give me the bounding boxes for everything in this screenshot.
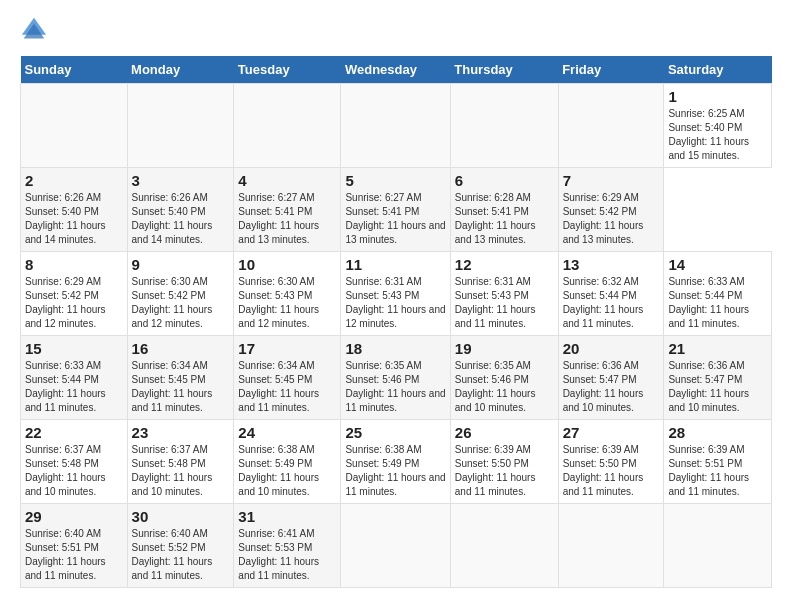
day-number: 21 bbox=[668, 340, 767, 357]
day-number: 12 bbox=[455, 256, 554, 273]
day-info: Sunrise: 6:26 AMSunset: 5:40 PMDaylight:… bbox=[25, 192, 106, 245]
calendar-cell bbox=[341, 84, 450, 168]
day-info: Sunrise: 6:29 AMSunset: 5:42 PMDaylight:… bbox=[25, 276, 106, 329]
calendar-cell bbox=[234, 84, 341, 168]
logo-icon bbox=[20, 16, 48, 44]
calendar-header-saturday: Saturday bbox=[664, 56, 772, 84]
calendar-cell: 22 Sunrise: 6:37 AMSunset: 5:48 PMDaylig… bbox=[21, 420, 128, 504]
day-info: Sunrise: 6:30 AMSunset: 5:43 PMDaylight:… bbox=[238, 276, 319, 329]
calendar-cell: 17 Sunrise: 6:34 AMSunset: 5:45 PMDaylig… bbox=[234, 336, 341, 420]
calendar-cell bbox=[450, 504, 558, 588]
calendar-cell: 25 Sunrise: 6:38 AMSunset: 5:49 PMDaylig… bbox=[341, 420, 450, 504]
header bbox=[20, 16, 772, 44]
day-info: Sunrise: 6:35 AMSunset: 5:46 PMDaylight:… bbox=[345, 360, 445, 413]
calendar-cell bbox=[127, 84, 234, 168]
calendar-header-row: SundayMondayTuesdayWednesdayThursdayFrid… bbox=[21, 56, 772, 84]
day-number: 26 bbox=[455, 424, 554, 441]
day-info: Sunrise: 6:33 AMSunset: 5:44 PMDaylight:… bbox=[668, 276, 749, 329]
day-number: 20 bbox=[563, 340, 660, 357]
day-info: Sunrise: 6:39 AMSunset: 5:51 PMDaylight:… bbox=[668, 444, 749, 497]
calendar-header-thursday: Thursday bbox=[450, 56, 558, 84]
calendar-cell: 13 Sunrise: 6:32 AMSunset: 5:44 PMDaylig… bbox=[558, 252, 664, 336]
day-info: Sunrise: 6:38 AMSunset: 5:49 PMDaylight:… bbox=[345, 444, 445, 497]
day-info: Sunrise: 6:39 AMSunset: 5:50 PMDaylight:… bbox=[455, 444, 536, 497]
calendar-cell: 20 Sunrise: 6:36 AMSunset: 5:47 PMDaylig… bbox=[558, 336, 664, 420]
day-info: Sunrise: 6:27 AMSunset: 5:41 PMDaylight:… bbox=[345, 192, 445, 245]
calendar-header-monday: Monday bbox=[127, 56, 234, 84]
calendar-cell: 4 Sunrise: 6:27 AMSunset: 5:41 PMDayligh… bbox=[234, 168, 341, 252]
page: SundayMondayTuesdayWednesdayThursdayFrid… bbox=[0, 0, 792, 598]
day-number: 27 bbox=[563, 424, 660, 441]
calendar-cell: 5 Sunrise: 6:27 AMSunset: 5:41 PMDayligh… bbox=[341, 168, 450, 252]
day-number: 7 bbox=[563, 172, 660, 189]
day-info: Sunrise: 6:34 AMSunset: 5:45 PMDaylight:… bbox=[238, 360, 319, 413]
day-info: Sunrise: 6:40 AMSunset: 5:51 PMDaylight:… bbox=[25, 528, 106, 581]
calendar-cell: 23 Sunrise: 6:37 AMSunset: 5:48 PMDaylig… bbox=[127, 420, 234, 504]
day-info: Sunrise: 6:35 AMSunset: 5:46 PMDaylight:… bbox=[455, 360, 536, 413]
day-number: 15 bbox=[25, 340, 123, 357]
calendar-cell: 29 Sunrise: 6:40 AMSunset: 5:51 PMDaylig… bbox=[21, 504, 128, 588]
calendar-cell: 24 Sunrise: 6:38 AMSunset: 5:49 PMDaylig… bbox=[234, 420, 341, 504]
day-info: Sunrise: 6:37 AMSunset: 5:48 PMDaylight:… bbox=[25, 444, 106, 497]
day-number: 10 bbox=[238, 256, 336, 273]
day-number: 28 bbox=[668, 424, 767, 441]
calendar-cell: 12 Sunrise: 6:31 AMSunset: 5:43 PMDaylig… bbox=[450, 252, 558, 336]
day-info: Sunrise: 6:36 AMSunset: 5:47 PMDaylight:… bbox=[668, 360, 749, 413]
day-number: 16 bbox=[132, 340, 230, 357]
day-info: Sunrise: 6:31 AMSunset: 5:43 PMDaylight:… bbox=[455, 276, 536, 329]
calendar-cell: 10 Sunrise: 6:30 AMSunset: 5:43 PMDaylig… bbox=[234, 252, 341, 336]
calendar-cell: 14 Sunrise: 6:33 AMSunset: 5:44 PMDaylig… bbox=[664, 252, 772, 336]
day-number: 31 bbox=[238, 508, 336, 525]
day-info: Sunrise: 6:27 AMSunset: 5:41 PMDaylight:… bbox=[238, 192, 319, 245]
day-info: Sunrise: 6:28 AMSunset: 5:41 PMDaylight:… bbox=[455, 192, 536, 245]
day-info: Sunrise: 6:36 AMSunset: 5:47 PMDaylight:… bbox=[563, 360, 644, 413]
calendar-cell: 8 Sunrise: 6:29 AMSunset: 5:42 PMDayligh… bbox=[21, 252, 128, 336]
day-info: Sunrise: 6:37 AMSunset: 5:48 PMDaylight:… bbox=[132, 444, 213, 497]
calendar-header-tuesday: Tuesday bbox=[234, 56, 341, 84]
calendar-week-1: 1 Sunrise: 6:25 AMSunset: 5:40 PMDayligh… bbox=[21, 84, 772, 168]
calendar-cell: 9 Sunrise: 6:30 AMSunset: 5:42 PMDayligh… bbox=[127, 252, 234, 336]
calendar-cell: 27 Sunrise: 6:39 AMSunset: 5:50 PMDaylig… bbox=[558, 420, 664, 504]
day-info: Sunrise: 6:34 AMSunset: 5:45 PMDaylight:… bbox=[132, 360, 213, 413]
day-number: 1 bbox=[668, 88, 767, 105]
day-info: Sunrise: 6:41 AMSunset: 5:53 PMDaylight:… bbox=[238, 528, 319, 581]
calendar-week-4: 15 Sunrise: 6:33 AMSunset: 5:44 PMDaylig… bbox=[21, 336, 772, 420]
day-number: 11 bbox=[345, 256, 445, 273]
day-info: Sunrise: 6:29 AMSunset: 5:42 PMDaylight:… bbox=[563, 192, 644, 245]
day-number: 8 bbox=[25, 256, 123, 273]
calendar-cell: 18 Sunrise: 6:35 AMSunset: 5:46 PMDaylig… bbox=[341, 336, 450, 420]
day-info: Sunrise: 6:39 AMSunset: 5:50 PMDaylight:… bbox=[563, 444, 644, 497]
day-number: 24 bbox=[238, 424, 336, 441]
day-number: 13 bbox=[563, 256, 660, 273]
day-info: Sunrise: 6:31 AMSunset: 5:43 PMDaylight:… bbox=[345, 276, 445, 329]
calendar-cell: 21 Sunrise: 6:36 AMSunset: 5:47 PMDaylig… bbox=[664, 336, 772, 420]
logo bbox=[20, 16, 52, 44]
calendar-cell: 30 Sunrise: 6:40 AMSunset: 5:52 PMDaylig… bbox=[127, 504, 234, 588]
calendar-cell: 11 Sunrise: 6:31 AMSunset: 5:43 PMDaylig… bbox=[341, 252, 450, 336]
day-number: 3 bbox=[132, 172, 230, 189]
calendar-cell bbox=[21, 84, 128, 168]
calendar-cell: 7 Sunrise: 6:29 AMSunset: 5:42 PMDayligh… bbox=[558, 168, 664, 252]
day-info: Sunrise: 6:40 AMSunset: 5:52 PMDaylight:… bbox=[132, 528, 213, 581]
calendar-table: SundayMondayTuesdayWednesdayThursdayFrid… bbox=[20, 56, 772, 588]
calendar-cell bbox=[558, 504, 664, 588]
calendar-cell bbox=[341, 504, 450, 588]
day-number: 9 bbox=[132, 256, 230, 273]
day-number: 22 bbox=[25, 424, 123, 441]
calendar-cell: 15 Sunrise: 6:33 AMSunset: 5:44 PMDaylig… bbox=[21, 336, 128, 420]
calendar-cell: 6 Sunrise: 6:28 AMSunset: 5:41 PMDayligh… bbox=[450, 168, 558, 252]
calendar-week-6: 29 Sunrise: 6:40 AMSunset: 5:51 PMDaylig… bbox=[21, 504, 772, 588]
calendar-cell bbox=[558, 84, 664, 168]
day-info: Sunrise: 6:30 AMSunset: 5:42 PMDaylight:… bbox=[132, 276, 213, 329]
calendar-cell: 3 Sunrise: 6:26 AMSunset: 5:40 PMDayligh… bbox=[127, 168, 234, 252]
day-number: 29 bbox=[25, 508, 123, 525]
day-number: 30 bbox=[132, 508, 230, 525]
day-number: 5 bbox=[345, 172, 445, 189]
calendar-cell: 1 Sunrise: 6:25 AMSunset: 5:40 PMDayligh… bbox=[664, 84, 772, 168]
calendar-cell: 16 Sunrise: 6:34 AMSunset: 5:45 PMDaylig… bbox=[127, 336, 234, 420]
calendar-header-wednesday: Wednesday bbox=[341, 56, 450, 84]
day-info: Sunrise: 6:26 AMSunset: 5:40 PMDaylight:… bbox=[132, 192, 213, 245]
day-number: 14 bbox=[668, 256, 767, 273]
calendar-header-friday: Friday bbox=[558, 56, 664, 84]
day-number: 17 bbox=[238, 340, 336, 357]
